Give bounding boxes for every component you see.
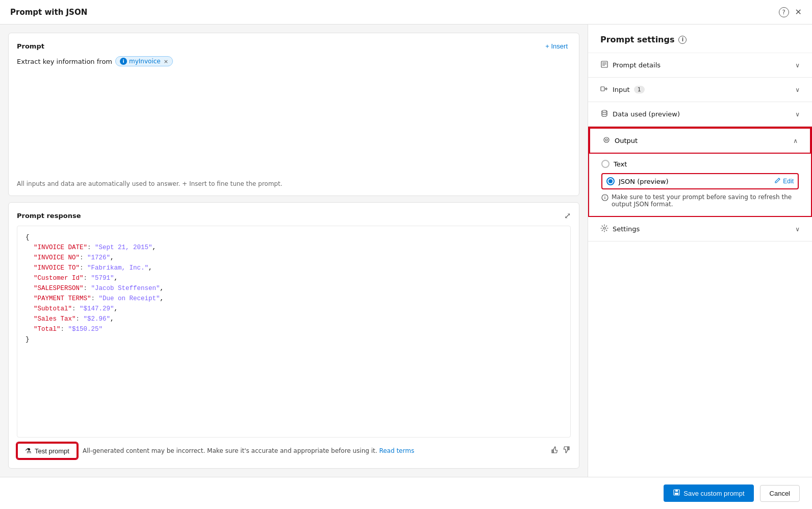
accordion-output-header[interactable]: Output ∧ (589, 128, 811, 154)
right-panel: Prompt settings i Prompt details ∨ (588, 25, 812, 477)
prompt-hint-text: All inputs and data are automatically us… (17, 180, 283, 187)
output-label: Output (615, 137, 638, 144)
json-option-left: JSON (preview) (606, 177, 669, 185)
close-icon[interactable]: ✕ (795, 8, 802, 16)
output-chevron: ∧ (793, 137, 798, 144)
accordion-output: Output ∧ Text JSON (preview) (588, 127, 812, 217)
json-line-8: "Sales Tax": "$2.96", (34, 316, 114, 323)
accordion-prompt-details: Prompt details ∨ (588, 53, 812, 78)
input-icon (600, 85, 608, 94)
left-panel: Prompt + Insert Extract key information … (0, 25, 588, 477)
response-card: Prompt response ⤢ { "INVOICE DATE": "Sep… (8, 202, 579, 469)
json-display: { "INVOICE DATE": "Sept 21, 2015", "INVO… (17, 226, 571, 438)
input-label: Input (613, 86, 630, 93)
prompt-card: Prompt + Insert Extract key information … (8, 33, 579, 196)
bottom-disclaimer: All-generated content may be incorrect. … (83, 447, 545, 454)
json-line-3: "INVOICE TO": "Fabrikam, Inc.", (34, 264, 153, 272)
svg-point-7 (605, 139, 607, 141)
data-used-label: Data used (preview) (613, 110, 680, 118)
json-open-brace: { (26, 234, 30, 241)
settings-chevron: ∨ (795, 226, 800, 233)
json-line-2: "INVOICE NO": "1726", (34, 254, 114, 261)
response-header: Prompt response ⤢ (17, 211, 571, 221)
svg-point-11 (603, 227, 605, 229)
help-icon[interactable]: ? (779, 7, 789, 17)
edit-label: Edit (783, 178, 794, 185)
prompt-text-line: Extract key information from i myInvoice… (17, 56, 571, 66)
test-prompt-button[interactable]: ⚗ Test prompt (17, 443, 78, 459)
accordion-input: Input 1 ∨ (588, 78, 812, 102)
variable-chip-icon: i (120, 58, 127, 65)
save-button[interactable]: Save custom prompt (664, 484, 753, 502)
thumbs-up-icon[interactable] (550, 446, 559, 456)
text-radio-label: Text (614, 160, 627, 168)
json-line-9: "Total": "$150.25" (34, 326, 103, 333)
main-layout: Prompt + Insert Extract key information … (0, 25, 812, 477)
json-close-brace: } (26, 336, 30, 343)
read-terms-link[interactable]: Read terms (379, 447, 414, 454)
prompt-details-chevron: ∨ (795, 62, 800, 69)
expand-icon[interactable]: ⤢ (564, 211, 571, 221)
json-line-4: "Customer Id": "5791", (34, 275, 118, 282)
settings-icon (600, 224, 608, 234)
accordion-data-used-header[interactable]: Data used (preview) ∨ (588, 102, 812, 126)
text-radio-option[interactable]: Text (601, 160, 799, 168)
data-used-chevron: ∨ (795, 111, 800, 118)
variable-chip-remove[interactable]: × (164, 58, 168, 65)
cancel-button[interactable]: Cancel (760, 485, 800, 502)
accordion-left: Settings (600, 224, 640, 234)
edit-button[interactable]: Edit (774, 177, 794, 185)
settings-info-icon[interactable]: i (678, 36, 687, 44)
edit-icon (774, 177, 781, 185)
accordion-settings-header[interactable]: Settings ∨ (588, 217, 812, 241)
prompt-details-icon (600, 60, 608, 70)
test-prompt-label: Test prompt (35, 447, 69, 455)
feedback-icons (550, 446, 571, 456)
svg-rect-13 (675, 490, 678, 492)
title-bar: Prompt with JSON ? ✕ (0, 0, 812, 25)
variable-chip-name: myInvoice (129, 58, 161, 65)
variable-chip[interactable]: i myInvoice × (115, 56, 173, 66)
insert-button[interactable]: + Insert (542, 41, 571, 51)
prompt-hint: All inputs and data are automatically us… (17, 180, 571, 187)
bottom-bar: ⚗ Test prompt All-generated content may … (17, 438, 571, 460)
text-radio-circle (601, 160, 610, 168)
accordion-left: Data used (preview) (600, 109, 680, 119)
settings-label: Settings (613, 225, 640, 233)
svg-rect-14 (675, 493, 678, 495)
right-panel-header: Prompt settings i (588, 25, 812, 53)
prompt-card-header: Prompt + Insert (17, 41, 571, 51)
json-line-6: "PAYMENT TERMS": "Due on Receipt", (34, 295, 164, 302)
svg-point-10 (604, 196, 605, 197)
input-badge: 1 (634, 86, 645, 93)
dialog-title: Prompt with JSON (10, 8, 87, 17)
output-note-text: Make sure to test your prompt before sav… (612, 193, 799, 208)
svg-point-6 (604, 137, 609, 142)
accordion-left: Input 1 (600, 85, 645, 94)
json-option-row: JSON (preview) Edit (601, 173, 799, 189)
save-icon (673, 489, 680, 498)
accordion-data-used: Data used (preview) ∨ (588, 102, 812, 127)
data-used-icon (600, 109, 608, 119)
json-line-1: "INVOICE DATE": "Sept 21, 2015", (34, 244, 156, 251)
thumbs-down-icon[interactable] (563, 446, 571, 456)
response-label: Prompt response (17, 212, 81, 220)
save-label: Save custom prompt (683, 490, 744, 497)
json-radio-label: JSON (preview) (619, 178, 669, 185)
json-radio-circle[interactable] (606, 177, 615, 185)
page-footer: Save custom prompt Cancel (0, 477, 812, 509)
json-line-7: "Subtotal": "$147.29", (34, 305, 118, 312)
prompt-label: Prompt (17, 42, 44, 50)
accordion-prompt-details-header[interactable]: Prompt details ∨ (588, 53, 812, 77)
accordion-settings: Settings ∨ (588, 217, 812, 241)
accordion-left: Output (602, 136, 638, 146)
prompt-details-label: Prompt details (613, 61, 661, 69)
accordion-left: Prompt details (600, 60, 661, 70)
note-icon (601, 194, 608, 203)
output-note: Make sure to test your prompt before sav… (601, 193, 799, 208)
accordion-input-header[interactable]: Input 1 ∨ (588, 78, 812, 102)
prompt-content-area: Extract key information from i myInvoice… (17, 56, 571, 187)
test-prompt-icon: ⚗ (25, 447, 32, 455)
svg-point-5 (602, 110, 607, 112)
title-bar-actions: ? ✕ (779, 7, 802, 17)
